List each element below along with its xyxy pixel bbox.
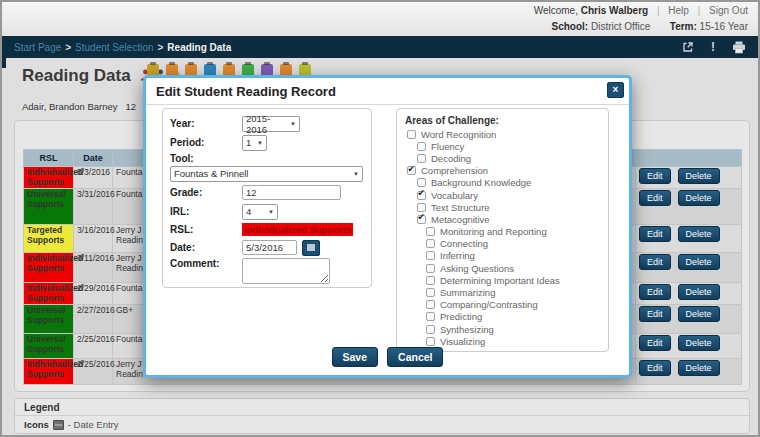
challenge-checkbox[interactable] [426,288,435,297]
date-cell: 3/11/2016 [74,253,113,283]
legend-title: Legend [15,399,749,416]
challenge-checkbox[interactable] [426,251,435,260]
rsl-cell: Individualized Supports [24,283,74,305]
edit-button[interactable]: Edit [639,284,671,300]
legend-panel: Legend Icons - Date Entry [14,398,750,434]
delete-button[interactable]: Delete [678,360,720,376]
delete-button[interactable]: Delete [678,226,720,242]
challenge-checkbox[interactable] [426,325,435,334]
school-term-bar: School: District Office Term: 15-16 Year [551,21,748,32]
cancel-button[interactable]: Cancel [387,347,443,367]
grade-input[interactable] [242,185,341,200]
delete-button[interactable]: Delete [678,284,720,300]
challenge-checkbox[interactable] [417,178,426,187]
date-input[interactable] [242,240,297,255]
irl-select[interactable]: 4▼ [242,204,278,220]
challenge-item[interactable]: Monitoring and Reporting [426,226,600,238]
challenge-item[interactable]: Metacognitive [417,213,600,225]
edit-reading-record-modal: Edit Student Reading Record × Year: 2015… [143,75,632,378]
challenge-checkbox[interactable] [417,203,426,212]
challenge-item[interactable]: Text Structure [417,201,600,213]
challenge-checkbox[interactable] [417,142,426,151]
challenge-item[interactable]: Visualizing [426,335,600,347]
edit-button[interactable]: Edit [639,190,671,206]
challenge-item[interactable]: Fluency [417,140,600,152]
external-link-icon[interactable] [682,41,694,53]
edit-button[interactable]: Edit [639,254,671,270]
challenge-label: Synthesizing [440,324,494,335]
challenge-item[interactable]: Inferring [426,250,600,262]
delete-button[interactable]: Delete [678,190,720,206]
challenge-checkbox[interactable] [426,239,435,248]
challenge-item[interactable]: Vocabulary [417,189,600,201]
alert-icon[interactable]: ! [711,41,715,53]
actions-cell: EditDelete [636,253,742,283]
challenge-item[interactable]: Background Knowledge [417,177,600,189]
challenge-item[interactable]: Comparing/Contrasting [426,299,600,311]
challenge-label: Asking Questions [440,263,514,274]
delete-button[interactable]: Delete [678,306,720,322]
challenge-checkbox[interactable] [407,166,416,175]
challenge-checkbox[interactable] [426,312,435,321]
header-date: Date [74,150,113,167]
challenge-checkbox[interactable] [417,154,426,163]
rsl-value-badge: Individualized Supports [242,223,353,236]
divider: | [657,5,660,16]
save-button[interactable]: Save [332,347,379,367]
challenge-checkbox[interactable] [426,276,435,285]
delete-button[interactable]: Delete [678,335,720,351]
rsl-cell: Universal Supports [24,189,74,225]
breadcrumb-student-selection[interactable]: Student Selection [75,42,153,53]
period-select[interactable]: 1▼ [242,135,267,151]
year-select[interactable]: 2015-2016▼ [242,116,300,132]
close-icon[interactable]: × [607,82,624,98]
challenge-checkbox[interactable] [417,215,426,224]
calendar-icon [307,244,315,251]
edit-button[interactable]: Edit [639,306,671,322]
challenge-checkbox[interactable] [417,191,426,200]
challenge-item[interactable]: Determining Important Ideas [426,274,600,286]
edit-button[interactable]: Edit [639,360,671,376]
challenge-item[interactable]: Decoding [417,152,600,164]
chevron-down-icon: ▼ [353,171,359,177]
rsl-cell: Universal Supports [24,305,74,334]
tool-select[interactable]: Fountas & Pinnell▼ [170,166,363,182]
challenge-item[interactable]: Synthesizing [426,323,600,335]
edit-button[interactable]: Edit [639,335,671,351]
date-cell: 3/16/2016 [74,225,113,253]
breadcrumb-start-page[interactable]: Start Page [14,42,61,53]
date-cell: 2/25/2016 [74,359,113,385]
header-actions [636,150,742,167]
signout-link[interactable]: Sign Out [709,5,748,16]
chevron-down-icon: ▼ [268,209,274,215]
challenge-item[interactable]: Connecting [426,238,600,250]
challenge-checkbox[interactable] [407,130,416,139]
challenge-label: Background Knowledge [431,177,531,188]
printer-icon[interactable] [732,41,746,54]
edit-button[interactable]: Edit [639,168,671,184]
comment-textarea[interactable] [242,258,330,284]
app-window: Welcome, Chris Walberg | Help | Sign Out… [0,0,760,437]
areas-title: Areas of Challenge: [405,115,600,126]
delete-button[interactable]: Delete [678,254,720,270]
challenge-item[interactable]: Word Recognition [407,128,600,140]
legend-date-entry-label: - Date Entry [68,419,119,430]
calendar-button[interactable] [302,240,320,256]
actions-cell: EditDelete [636,359,742,385]
challenge-item[interactable]: Predicting [426,311,600,323]
edit-button[interactable]: Edit [639,226,671,242]
challenge-checkbox[interactable] [426,227,435,236]
irl-label: IRL: [170,206,242,217]
legend-row: Icons - Date Entry [15,416,749,433]
challenge-item[interactable]: Comprehension [407,165,600,177]
sidebar-notch [2,58,6,68]
challenge-checkbox[interactable] [426,264,435,273]
challenge-label: Text Structure [431,202,490,213]
help-link[interactable]: Help [668,5,689,16]
challenge-checkbox[interactable] [426,300,435,309]
challenge-item[interactable]: Summarizing [426,286,600,298]
delete-button[interactable]: Delete [678,168,720,184]
breadcrumb-current: Reading Data [167,42,231,53]
challenge-item[interactable]: Asking Questions [426,262,600,274]
challenge-checkbox[interactable] [426,337,435,346]
